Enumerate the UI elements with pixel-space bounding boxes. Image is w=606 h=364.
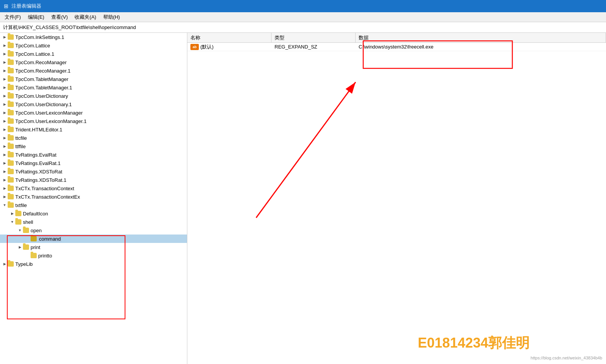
tree-item-t4[interactable]: TpcCom.RecoManager [0,58,187,66]
tree-item-t27[interactable]: printto [0,251,187,260]
tree-item-t16[interactable]: TvRatings.EvalRat.1 [0,159,187,167]
tree-label-t3: TpcCom.Lattice.1 [15,51,54,57]
tree-item-t13[interactable]: ttcfile [0,134,187,142]
tree-expand-arrow-t9[interactable] [2,101,8,107]
tree-item-t22[interactable]: DefaultIcon [0,209,187,218]
tree-expand-arrow-t28[interactable] [2,261,8,267]
tree-label-t14: ttffile [15,144,26,149]
folder-icon-t17 [8,169,14,174]
tree-item-t25[interactable]: command [0,235,187,243]
tree-label-t24: open [31,228,42,233]
tree-label-t20: TxCTx.TransactionContextEx [15,194,80,200]
tree-item-t20[interactable]: TxCTx.TransactionContextEx [0,193,187,201]
tree-expand-arrow-t10[interactable] [2,110,8,116]
tree-expand-arrow-t22[interactable] [9,210,15,217]
title-bar: ⊞ 注册表编辑器 [0,0,606,12]
tree-expand-arrow-t5[interactable] [2,68,8,74]
col-header-type: 类型 [271,33,356,42]
menu-help[interactable]: 帮助(H) [100,13,123,21]
tree-item-t24[interactable]: open [0,226,187,235]
tree-item-t18[interactable]: TvRatings.XDSToRat.1 [0,176,187,184]
address-text: 计算机\HKEY_CLASSES_ROOT\txtfile\shell\open… [3,24,136,31]
reg-cell-type: REG_EXPAND_SZ [271,43,356,50]
tree-expand-arrow-t3[interactable] [2,51,8,57]
tree-expand-arrow-t2[interactable] [2,42,8,49]
tree-expand-arrow-t17[interactable] [2,168,8,175]
tree-item-t12[interactable]: Trident.HTMLEditor.1 [0,125,187,134]
tree-item-t2[interactable]: TpcCom.Lattice [0,41,187,50]
tree-item-t19[interactable]: TxCTx.TransactionContext [0,184,187,193]
tree-label-t10: TpcCom.UserLexiconManager [15,110,83,116]
tree-label-t22: DefaultIcon [23,211,48,217]
tree-item-t6[interactable]: TpcCom.TabletManager [0,75,187,83]
tree-expand-arrow-t16[interactable] [2,160,8,166]
tree-item-t28[interactable]: TypeLib [0,260,187,268]
tree-item-t14[interactable]: ttffile [0,142,187,150]
tree-expand-arrow-t23[interactable] [9,219,15,225]
tree-item-t11[interactable]: TpcCom.UserLexiconManager.1 [0,117,187,125]
address-bar: 计算机\HKEY_CLASSES_ROOT\txtfile\shell\open… [0,22,606,33]
tree-item-t15[interactable]: TvRatings.EvalRat [0,150,187,159]
tree-expand-arrow-t14[interactable] [2,143,8,149]
tree-item-t3[interactable]: TpcCom.Lattice.1 [0,50,187,58]
menu-favorites[interactable]: 收藏夹(A) [71,13,99,21]
tree-expand-arrow-t15[interactable] [2,152,8,158]
folder-icon-t9 [8,102,14,107]
ab-icon: ab [190,44,199,50]
tree-expand-arrow-t1[interactable] [2,34,8,40]
tree-label-t2: TpcCom.Lattice [15,43,50,49]
tree-label-t27: printto [38,253,52,259]
tree-expand-arrow-t26[interactable] [17,244,23,250]
folder-icon-t20 [8,194,14,199]
tree-item-t21[interactable]: txtfile [0,201,187,209]
tree-item-t5[interactable]: TpcCom.RecoManager.1 [0,66,187,75]
tree-item-t10[interactable]: TpcCom.UserLexiconManager [0,108,187,117]
tree-expand-arrow-t4[interactable] [2,59,8,65]
tree-item-t26[interactable]: print [0,243,187,251]
tree-label-t1: TpcCom.InkSettings.1 [15,34,64,40]
folder-icon-t13 [8,135,14,141]
tree-label-t26: print [31,244,40,250]
tree-label-t12: Trident.HTMLEditor.1 [15,127,62,133]
registry-row[interactable]: ab(默认)REG_EXPAND_SZC:\windows\system32\f… [187,43,606,51]
tree-item-t23[interactable]: shell [0,218,187,226]
tree-label-t18: TvRatings.XDSToRat.1 [15,177,67,183]
tree-item-t7[interactable]: TpcCom.TabletManager.1 [0,83,187,92]
tree-item-t9[interactable]: TpcCom.UserDictionary.1 [0,100,187,108]
folder-icon-t26 [23,244,29,250]
tree-expand-arrow-t13[interactable] [2,135,8,141]
menu-file[interactable]: 文件(F) [2,13,24,21]
menu-bar: 文件(F) 编辑(E) 查看(V) 收藏夹(A) 帮助(H) [0,12,606,22]
tree-item-t1[interactable]: TpcCom.InkSettings.1 [0,33,187,41]
menu-edit[interactable]: 编辑(E) [25,13,47,21]
tree-expand-arrow-t6[interactable] [2,76,8,82]
tree-item-t8[interactable]: TpcCom.UserDictionary [0,92,187,100]
tree-expand-arrow-t12[interactable] [2,126,8,133]
folder-icon-t8 [8,93,14,99]
tree-label-t4: TpcCom.RecoManager [15,60,67,65]
tree-expand-arrow-t20[interactable] [2,194,8,200]
folder-icon-t24 [23,228,29,233]
tree-expand-arrow-t21[interactable] [2,202,8,208]
menu-view[interactable]: 查看(V) [48,13,71,21]
folder-icon-t4 [8,60,14,65]
folder-icon-t3 [8,51,14,57]
tree-label-t19: TxCTx.TransactionContext [15,186,74,191]
tree-label-t17: TvRatings.XDSToRat [15,169,62,175]
tree-expand-arrow-t7[interactable] [2,84,8,91]
folder-icon-t22 [15,211,21,216]
tree-expand-arrow-t11[interactable] [2,118,8,124]
tree-label-t21: txtfile [15,202,27,208]
tree-scroll[interactable]: TpcCom.InkSettings.1TpcCom.LatticeTpcCom… [0,33,187,364]
registry-entries: ab(默认)REG_EXPAND_SZC:\windows\system32\f… [187,43,606,364]
tree-item-t17[interactable]: TvRatings.XDSToRat [0,167,187,176]
tree-expand-arrow-t19[interactable] [2,185,8,191]
tree-expand-arrow-t18[interactable] [2,177,8,183]
tree-expand-arrow-t24[interactable] [17,227,23,233]
folder-icon-t19 [8,186,14,191]
folder-icon-t16 [8,160,14,166]
reg-name-text: (默认) [200,44,214,50]
column-headers: 名称 类型 数据 [187,33,606,43]
folder-icon-t21 [8,202,14,208]
tree-expand-arrow-t8[interactable] [2,93,8,99]
